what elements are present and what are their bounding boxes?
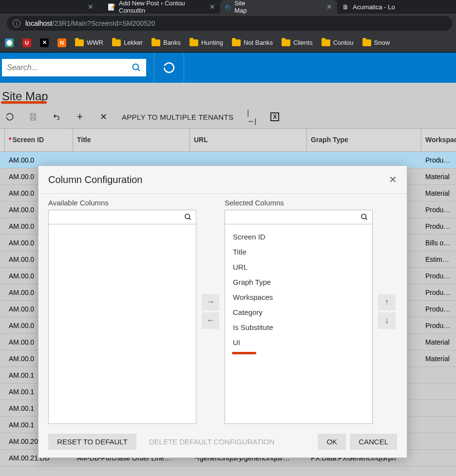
list-item[interactable]: URL — [225, 259, 372, 275]
bookmark-folder[interactable]: Not Banks — [232, 39, 273, 46]
column-header-workspace[interactable]: Workspac — [421, 129, 456, 151]
annotation-mark — [232, 352, 256, 354]
search-icon[interactable] — [132, 63, 141, 73]
close-icon[interactable]: ✕ — [88, 3, 94, 11]
cell-workspace: Productio — [421, 156, 456, 164]
bookmark-icon[interactable]: U — [22, 38, 31, 47]
browser-tab[interactable]: 📝 Add New Post ‹ Contou Consultin ✕ — [103, 0, 220, 14]
selected-search[interactable] — [225, 210, 373, 224]
column-header-screen-id[interactable]: *Screen ID — [5, 129, 73, 151]
delete-icon[interactable]: ✕ — [98, 112, 108, 122]
save-icon — [28, 112, 38, 122]
search-input[interactable] — [53, 213, 184, 221]
global-search[interactable] — [2, 59, 146, 76]
list-item[interactable]: UI — [225, 335, 372, 350]
move-right-button[interactable]: → — [202, 294, 219, 311]
bookmark-icon[interactable]: ✕ — [40, 38, 49, 47]
fit-columns-icon[interactable]: |↔| — [247, 112, 257, 122]
close-icon[interactable]: ✕ — [389, 174, 397, 185]
list-item[interactable]: Is Substitute — [225, 320, 372, 335]
search-input[interactable] — [7, 63, 132, 72]
column-config-dialog: Column Configuration ✕ Available Columns… — [38, 165, 407, 458]
tab-title: Add New Post ‹ Contou Consultin — [119, 0, 206, 14]
address-field[interactable]: i localhost/23R1/Main?ScreenId=SM200520 — [7, 16, 452, 31]
tab-title: Acumatica - Lo — [353, 3, 395, 11]
close-icon[interactable]: ✕ — [326, 3, 332, 11]
available-list[interactable] — [48, 224, 196, 424]
folder-icon — [112, 39, 121, 46]
cell-workspace: Productio — [421, 322, 456, 330]
reset-default-button[interactable]: RESET TO DEFAULT — [48, 434, 136, 450]
add-icon[interactable]: + — [75, 112, 85, 122]
bookmark-folder[interactable]: WWR — [75, 39, 103, 46]
search-input[interactable] — [229, 213, 361, 221]
bookmark-folder[interactable]: Lekker — [112, 39, 143, 46]
cell-workspace: Estimatin — [421, 256, 456, 263]
cell-workspace: Productio — [421, 222, 456, 230]
list-item[interactable]: Category — [225, 305, 372, 320]
cell-workspace: Productio — [421, 305, 456, 313]
move-left-button[interactable]: ← — [202, 312, 219, 329]
bookmark-folder[interactable]: Snow — [362, 39, 390, 46]
refresh-button[interactable] — [154, 53, 184, 83]
info-icon[interactable]: i — [13, 19, 20, 27]
bookmark-folder[interactable]: Hunting — [190, 39, 223, 46]
grid-header: *Screen ID Title URL Graph Type Workspac — [0, 128, 456, 152]
cell-workspace: Material — [421, 355, 456, 363]
available-search[interactable] — [48, 210, 196, 224]
cell-workspace: Productio — [421, 272, 456, 280]
list-item[interactable]: Title — [225, 244, 372, 259]
close-icon[interactable]: ✕ — [209, 3, 215, 11]
move-down-button[interactable]: ↓ — [378, 312, 396, 329]
folder-icon — [75, 39, 84, 46]
folder-icon — [362, 39, 371, 46]
cell-screen-id: AM.00.0 — [5, 156, 73, 164]
available-label: Available Columns — [48, 199, 196, 207]
column-header-title[interactable]: Title — [73, 129, 190, 151]
list-item[interactable]: Workspaces — [225, 290, 372, 305]
refresh-icon[interactable] — [5, 112, 15, 122]
selected-label: Selected Columns — [225, 199, 373, 207]
folder-icon — [282, 39, 290, 46]
list-item[interactable]: Graph Type — [225, 275, 372, 290]
svg-point-0 — [133, 64, 139, 70]
cancel-button[interactable]: CANCEL — [350, 434, 397, 450]
column-header-graph[interactable]: Graph Type — [307, 129, 421, 151]
bookmark-folder[interactable]: Contou — [322, 39, 354, 46]
apply-tenants-button[interactable]: APPLY TO MULTIPLE TENANTS — [122, 113, 233, 121]
address-host: localhost — [25, 19, 52, 27]
tab-title: Site Map — [234, 0, 254, 14]
column-header-url[interactable]: URL — [190, 129, 307, 151]
cell-workspace: Material — [421, 338, 456, 346]
cell-workspace: Productio — [421, 206, 456, 214]
cell-workspace: Material — [421, 189, 456, 197]
browser-tab[interactable]: 🗎 Acumatica - Lo — [337, 0, 400, 14]
ok-button[interactable]: OK — [318, 434, 346, 450]
cell-workspace: Material — [421, 173, 456, 181]
bookmark-icon[interactable]: N — [57, 38, 66, 47]
favicon-icon: 🗎 — [342, 3, 349, 10]
search-icon[interactable] — [361, 213, 368, 221]
undo-icon[interactable] — [52, 112, 61, 122]
dialog-header: Column Configuration ✕ — [38, 166, 407, 194]
search-icon[interactable] — [184, 213, 192, 221]
svg-line-5 — [365, 218, 367, 220]
address-bar: i localhost/23R1/Main?ScreenId=SM200520 — [0, 14, 456, 33]
bookmark-folder[interactable]: Clients — [282, 39, 313, 46]
move-up-button[interactable]: ↑ — [378, 294, 396, 311]
favicon-icon: ◴ — [225, 3, 230, 10]
maps-icon[interactable]: ⬤ — [5, 38, 14, 47]
list-item[interactable]: Screen ID — [225, 229, 372, 244]
app-top-bar — [0, 53, 456, 83]
page-title: Site Map — [0, 83, 456, 106]
folder-icon — [190, 39, 198, 46]
selected-list[interactable]: Screen IDTitleURLGraph TypeWorkspacesCat… — [225, 224, 373, 424]
form-toolbar: + ✕ APPLY TO MULTIPLE TENANTS |↔| X — [0, 106, 456, 128]
address-path: /23R1/Main?ScreenId=SM200520 — [52, 19, 155, 27]
browser-tab[interactable]: ◴ Site Map ✕ — [220, 0, 337, 14]
bookmark-folder[interactable]: Banks — [152, 39, 181, 46]
cell-workspace: Productio — [421, 289, 456, 296]
dialog-title: Column Configuration — [48, 174, 142, 185]
move-buttons: → ← — [200, 199, 221, 424]
export-icon[interactable]: X — [270, 112, 279, 121]
